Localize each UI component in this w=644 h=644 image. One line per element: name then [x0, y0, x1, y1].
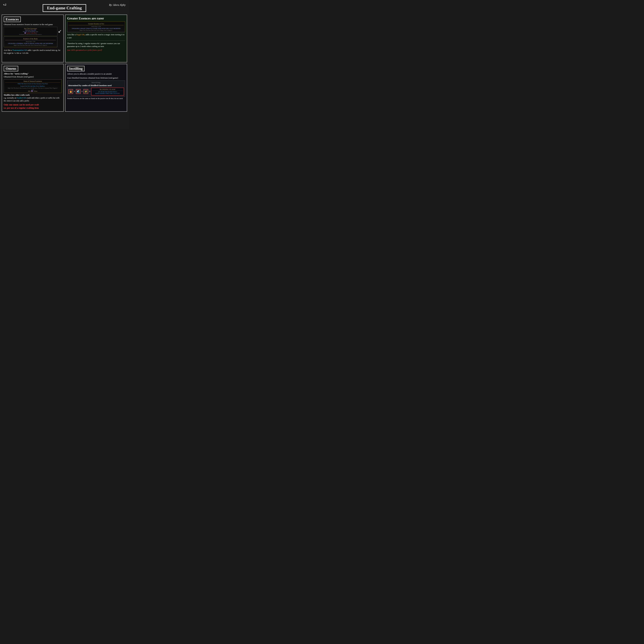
- omens-red-note: Only one omen can be used per craft i.e.…: [4, 103, 62, 109]
- monster-mod1: Additional Projectiles: [5, 29, 57, 31]
- omens-line1: Allows for "meta crafting" Obtained from…: [4, 72, 62, 78]
- greater-desc2: Therefore by using 1 regular essence & 1…: [67, 42, 125, 48]
- title-box: End-game Crafting: [43, 4, 86, 12]
- emotion-icon-2: 🌊: [76, 89, 81, 94]
- essences-intro: Obtained from monsters frozen in essence…: [4, 23, 62, 26]
- greater-essences-section: Greater Essences are rarer Greater Essen…: [65, 14, 127, 62]
- content-grid: Essences Obtained from monsters frozen i…: [2, 14, 127, 112]
- omens-section: Omens Allows for "meta crafting" Obtaine…: [2, 64, 64, 112]
- header: v.2 End-game Crafting By: Idora Alphy: [2, 2, 127, 14]
- passive-desc2: Blind Enemies When They Stun You: [92, 93, 123, 94]
- greater-essence-stack: Stack Size: 1/10: [69, 26, 124, 27]
- instilling-panel-header: Instilling: [68, 82, 124, 83]
- monster-mod2: Periodic Invulnerability Aura: [5, 31, 57, 32]
- essences-title: Essences: [6, 17, 19, 21]
- version-label: v.2: [3, 3, 6, 6]
- instilling-desc1: Allows you to allocate a notable passive…: [67, 72, 125, 76]
- omen-italic: Right Click This Item In Your Inventory …: [5, 87, 60, 89]
- greater-desc1: Acts like a Regal Orb, adds a specific m…: [67, 33, 125, 39]
- instilling-title: Instilling: [69, 66, 83, 71]
- greater-essences-title: Greater Essences are rarer: [67, 17, 125, 20]
- instilling-determined: determined by combo of Distilled Emotion…: [68, 84, 124, 87]
- emotion-icon-1: 🔥: [68, 89, 73, 94]
- monster-name: Sun Clan Scavenger: [5, 28, 57, 29]
- omen-blue1: While This Item Is Active In Your Invent…: [5, 83, 60, 85]
- instilling-combo-row: 🔥 + 🌊 + ⚡ = Blinding Flash 20% Increased…: [68, 88, 124, 95]
- author-label: By: Idora Alphy: [109, 4, 126, 6]
- essence-mod-text: Upgrades a Normal Item To Magic With One…: [5, 42, 56, 45]
- essences-title-box: Essences: [4, 17, 21, 22]
- essence-tooltip: Essence of the Body Stack Size: 1/10 Upg…: [4, 37, 57, 47]
- passive-name: Blinding Flash: [92, 89, 123, 91]
- equals-sign: =: [89, 90, 90, 93]
- monster-imprisoned: The Monster Is Imprisoned By Powerful Es…: [5, 34, 57, 35]
- page-title: End-game Crafting: [47, 6, 82, 10]
- regal-orb-highlight: Regal Orb: [76, 33, 85, 36]
- instilling-title-box: Instilling: [67, 66, 85, 71]
- plus-sign-1: +: [74, 90, 75, 93]
- instilling-panel: Instilling determined by combo of Distil…: [67, 81, 125, 97]
- essence-stack: Stack Size: 1/10: [5, 41, 56, 42]
- emotion-icon-3: ⚡: [83, 89, 88, 94]
- omens-mod-desc: Modifies how other crafts work e.g. norm…: [4, 94, 62, 102]
- monster-box: Sun Clan Scavenger Additional Projectile…: [4, 27, 57, 36]
- greater-essence-use: Right Click This Item Then Left Click A …: [69, 30, 124, 31]
- instilling-section: Instilling Allows you to allocate a nota…: [65, 64, 127, 112]
- greater-note: [not 100% guranteed as it picks from a p…: [67, 49, 125, 51]
- monster-and-tooltip: Sun Clan Scavenger Additional Projectile…: [4, 27, 57, 48]
- omen-blue2: Exalted Orb Will Add Only Prefix Modifie…: [5, 85, 60, 87]
- omens-title: Omens: [6, 66, 16, 71]
- arrow-icon: ↙: [58, 28, 62, 34]
- greater-essence-mod: Upgrades A Magic Item To A Rare Item Wit…: [69, 27, 124, 30]
- essence-tooltip-title: Essence of the Body: [5, 38, 56, 40]
- monster-essence: 🔮 Essence of the Body: [5, 32, 57, 34]
- omen-name: Omen of Sinistral Exaltation: [5, 80, 60, 83]
- exalted-orb-highlight: Exalted Orb: [17, 97, 26, 99]
- essence-desc: Acts like a Transmutation Orb adds 1 spe…: [4, 49, 62, 55]
- omens-title-box: Omens: [4, 66, 18, 71]
- essence-use-text: Right Click This Item Then Left Click A …: [5, 45, 56, 46]
- transmutation-orb-highlight: Transmutation Orb: [12, 49, 27, 51]
- instilling-note: Notable Passives are the same as found o…: [67, 97, 125, 100]
- instilling-desc2: Uses Distilled Emotions obtained from De…: [67, 76, 125, 80]
- essence-row: Sun Clan Scavenger Additional Projectile…: [4, 27, 62, 48]
- passive-desc1: 20% Increased Blind Effect: [92, 91, 123, 93]
- passive-result-box: Blinding Flash 20% Increased Blind Effec…: [91, 88, 124, 95]
- page: v.2 End-game Crafting By: Idora Alphy Es…: [0, 0, 129, 129]
- essences-section: Essences Obtained from monsters frozen i…: [2, 14, 64, 62]
- omen-cost-value: 444x 🔮 Tribute: [5, 90, 60, 92]
- omen-tooltip: Omen of Sinistral Exaltation While This …: [4, 79, 62, 93]
- greater-essence-tooltip: Greater Essence of Ice Stack Size: 1/10 …: [67, 22, 125, 32]
- greater-essence-title: Greater Essence of Ice: [69, 23, 124, 25]
- plus-sign-2: +: [81, 90, 83, 93]
